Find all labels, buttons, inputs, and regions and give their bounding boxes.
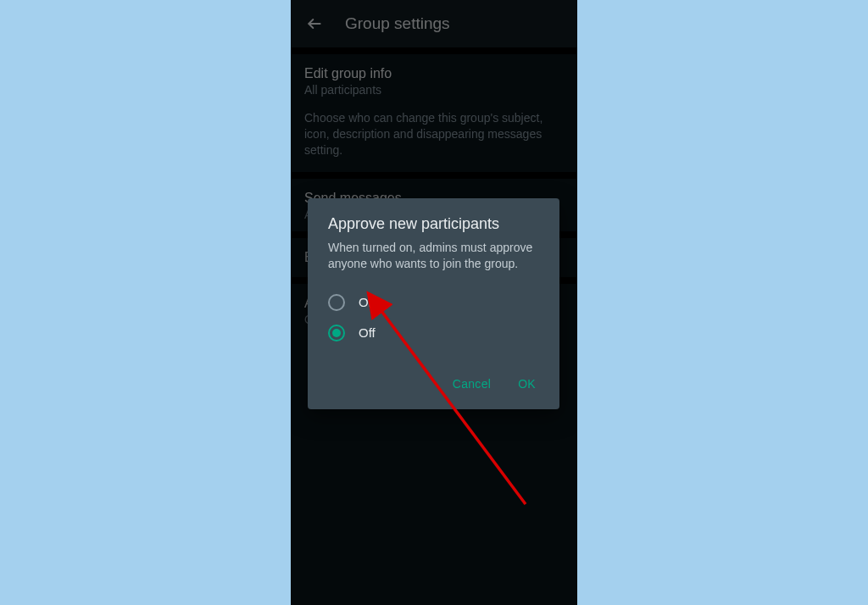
phone-screen: Group settings Edit group info All parti… [291, 0, 577, 605]
setting-edit-group-info[interactable]: Edit group info All participants [291, 54, 577, 107]
radio-label: Off [359, 325, 376, 340]
setting-description: Choose who can change this group's subje… [291, 107, 577, 172]
page-title: Group settings [345, 14, 450, 33]
radio-option-off[interactable]: Off [328, 318, 539, 348]
cancel-button[interactable]: Cancel [449, 372, 494, 396]
radio-option-on[interactable]: On [328, 287, 539, 318]
dialog-title: Approve new participants [328, 215, 539, 233]
ok-button[interactable]: OK [515, 372, 539, 396]
approve-participants-dialog: Approve new participants When turned on,… [308, 198, 559, 409]
divider [291, 172, 577, 179]
dialog-actions: Cancel OK [328, 369, 539, 401]
radio-label: On [359, 295, 376, 309]
dialog-description: When turned on, admins must approve anyo… [328, 240, 539, 272]
divider [291, 47, 577, 54]
back-arrow-icon[interactable] [304, 14, 325, 34]
setting-subtitle: All participants [304, 83, 564, 97]
radio-icon [328, 294, 345, 311]
radio-icon [328, 325, 345, 341]
app-bar: Group settings [291, 0, 577, 47]
setting-title: Edit group info [304, 66, 564, 81]
